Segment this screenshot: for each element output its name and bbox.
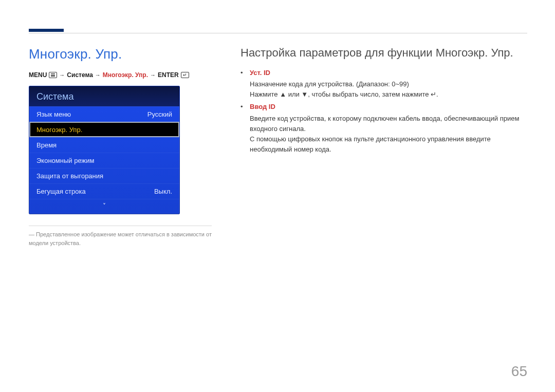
menu-icon [49, 72, 57, 78]
left-divider [29, 226, 212, 226]
chevron-down-icon: ˅ [103, 202, 106, 210]
enter-icon [181, 72, 189, 78]
feature-line-text: Нажмите ▲ или ▼, чтобы выбрать число, за… [250, 90, 438, 98]
osd-row-selected[interactable]: Многоэкр. Упр. [29, 122, 179, 137]
osd-scroll-indicator[interactable]: ˅ [29, 199, 179, 214]
feature-head: Ввод ID [250, 102, 527, 112]
breadcrumb: MENU → Система → Многоэкр. Упр. → ENTER [29, 71, 212, 79]
page-number: 65 [511, 363, 527, 380]
breadcrumb-enter-label: ENTER [158, 71, 179, 79]
osd-row-label: Защита от выгорания [36, 172, 103, 180]
osd-row-label: Многоэкр. Упр. [36, 126, 82, 134]
header-accent [29, 29, 64, 32]
osd-row[interactable]: Время [29, 137, 179, 153]
section-title: Многоэкр. Упр. [29, 46, 212, 62]
right-title: Настройка параметров для функции Многоэк… [240, 46, 527, 60]
content-columns: Многоэкр. Упр. MENU → Система → Многоэкр… [29, 46, 527, 247]
arrow-right-icon: → [95, 72, 101, 78]
feature-line: Назначение кода для устройства. (Диапазо… [250, 79, 527, 89]
osd-row-label: Язык меню [36, 110, 71, 118]
osd-row-value: Выкл. [154, 188, 172, 195]
feature-item: • Ввод ID Введите код устройства, к кото… [240, 102, 527, 155]
arrow-right-icon: → [59, 72, 65, 78]
right-column: Настройка параметров для функции Многоэк… [240, 46, 527, 247]
top-bar [29, 29, 527, 35]
disclaimer-text: ― Представленное изображение может отлич… [29, 230, 212, 247]
osd-row-value: Русский [147, 110, 172, 118]
breadcrumb-menu-label: MENU [29, 71, 47, 79]
feature-item: • Уст. ID Назначение кода для устройства… [240, 68, 527, 100]
breadcrumb-step-1: Система [67, 71, 93, 79]
bullet-icon: • [240, 68, 245, 100]
caption-prefix: ― [29, 231, 36, 237]
header-rule [29, 33, 527, 33]
osd-row[interactable]: Экономный режим [29, 153, 179, 168]
manual-page: Многоэкр. Упр. MENU → Система → Многоэкр… [0, 0, 555, 392]
feature-body: Уст. ID Назначение кода для устройства. … [250, 68, 527, 100]
bullet-icon: • [240, 102, 245, 155]
osd-panel: Система Язык меню Русский Многоэкр. Упр.… [29, 86, 180, 214]
caption-body: Представленное изображение может отличат… [29, 231, 212, 246]
osd-row-label: Время [36, 141, 57, 149]
osd-row[interactable]: Защита от выгорания [29, 168, 179, 183]
osd-row-label: Экономный режим [36, 157, 94, 164]
feature-body: Ввод ID Введите код устройства, к которо… [250, 102, 527, 155]
feature-list: • Уст. ID Назначение кода для устройства… [240, 68, 527, 155]
osd-row-label: Бегущая строка [36, 188, 86, 195]
arrow-right-icon: → [150, 72, 156, 78]
osd-row[interactable]: Бегущая строка Выкл. [29, 183, 179, 199]
osd-row[interactable]: Язык меню Русский [29, 106, 179, 122]
breadcrumb-step-2: Многоэкр. Упр. [103, 71, 148, 79]
osd-title: Система [29, 86, 179, 106]
left-column: Многоэкр. Упр. MENU → Система → Многоэкр… [29, 46, 212, 247]
feature-head: Уст. ID [250, 68, 527, 78]
feature-line: Нажмите ▲ или ▼, чтобы выбрать число, за… [250, 89, 527, 100]
feature-line: Введите код устройства, к которому подкл… [250, 114, 527, 134]
feature-line: С помощью цифровых кнопок на пульте дист… [250, 134, 527, 155]
